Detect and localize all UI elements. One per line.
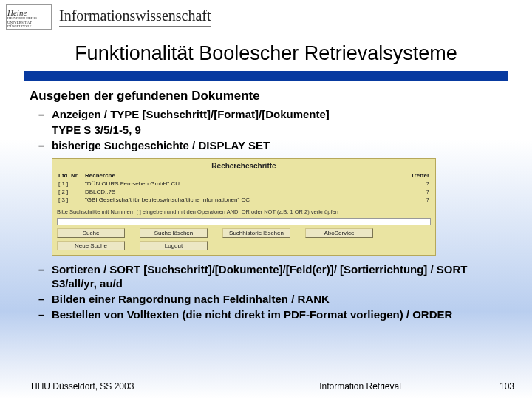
bullet-item: Anzeigen / TYPE [Suchschritt]/[Format]/[… bbox=[52, 108, 502, 122]
search-history-table: Lfd. Nr. Recherche Treffer [ 1 ]"DÜN OUR… bbox=[57, 171, 431, 204]
slide-title: Funktionalität Boolescher Retrievalsyste… bbox=[0, 42, 532, 65]
footer-left: HHU Düsseldorf, SS 2003 bbox=[0, 381, 250, 392]
bullet-item: Bestellen von Volltexten (die nicht dire… bbox=[52, 308, 502, 322]
screenshot-title: Rechercheschritte bbox=[57, 162, 431, 170]
table-header: Lfd. Nr. bbox=[57, 171, 83, 180]
table-row: [ 3 ]"GBI Gesellschaft für betriebswirts… bbox=[57, 196, 431, 204]
title-underline-bar bbox=[24, 71, 508, 81]
table-row: [ 1 ]"DÜN OURS Fernsehen GmbH" CU? bbox=[57, 180, 431, 188]
new-search-button[interactable]: Neue Suche bbox=[57, 241, 125, 250]
bullet-item: Sortieren / SORT [Suchschritt]/[Dokument… bbox=[52, 263, 502, 291]
bullet-item: Bilden einer Rangordnung nach Feldinhalt… bbox=[52, 293, 502, 307]
hint-text: Bitte Suchschritte mit Nummern [ ] einge… bbox=[57, 208, 431, 215]
table-row: [ 2 ]DBLCD..?S? bbox=[57, 188, 431, 196]
table-header: Recherche bbox=[83, 171, 398, 180]
search-button[interactable]: Suche bbox=[57, 228, 125, 238]
university-logo: Heine HEINRICH HEINE UNIVERSITÄT DÜSSELD… bbox=[6, 4, 52, 30]
department-label: Informationswissenschaft bbox=[59, 7, 211, 27]
footer-center: Information Retrieval bbox=[250, 381, 470, 392]
logout-button[interactable]: Logout bbox=[140, 241, 208, 250]
table-header: Treffer bbox=[398, 171, 431, 180]
query-input[interactable] bbox=[57, 218, 431, 225]
bullet-item: bisherige Suchgeschichte / DISPLAY SET bbox=[52, 139, 502, 153]
bullet-item: TYPE S 3/5/1-5, 9 bbox=[52, 123, 502, 137]
aboservice-button[interactable]: AboService bbox=[305, 228, 373, 238]
section-heading: Ausgeben der gefundenen Dokumente bbox=[30, 89, 502, 103]
clear-search-button[interactable]: Suche löschen bbox=[140, 228, 208, 238]
screenshot-panel: Rechercheschritte Lfd. Nr. Recherche Tre… bbox=[52, 158, 436, 256]
clear-history-button[interactable]: Suchhistorie löschen bbox=[222, 228, 290, 238]
footer-page-number: 103 bbox=[470, 381, 532, 392]
